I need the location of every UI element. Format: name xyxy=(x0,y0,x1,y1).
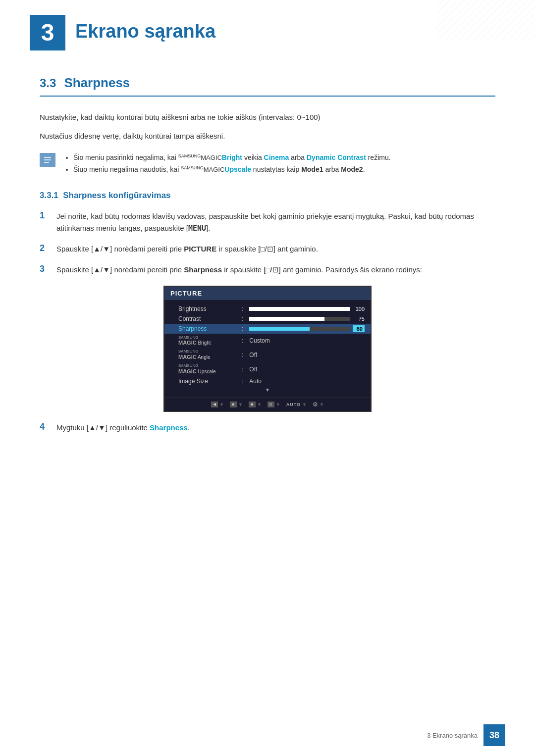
osd-row-brightness: Brightness : 100 xyxy=(164,304,371,314)
osd-bar-brightness: 100 xyxy=(249,306,365,312)
osd-btn-minus: ■ ▼ xyxy=(230,402,243,407)
step-text-3: Spauskite [▲/▼] norėdami pereiti prie Sh… xyxy=(56,264,422,276)
osd-btn-gear: ⚙ ▼ xyxy=(313,401,324,408)
osd-row-magic-bright: SAMSUNGMAGIC Bright : Custom xyxy=(164,334,371,348)
note-item-1: Šio meniu pasirinkti negalima, kai SAMSU… xyxy=(73,152,391,164)
chapter-title: Ekrano sąranka xyxy=(75,15,215,42)
decorative-lines xyxy=(436,0,535,40)
footer-page-number: 38 xyxy=(483,724,505,746)
note-box: Šio meniu pasirinkti negalima, kai SAMSU… xyxy=(40,152,495,176)
osd-bottom-bar: ◀ ▼ ■ ▼ ■ ▼ ⊡ ▼ AUTO ▼ ⚙ ▼ xyxy=(164,398,371,411)
chapter-header: 3 Ekrano sąranka xyxy=(0,0,535,60)
osd-label-magic-angle: SAMSUNGMAGIC Angle xyxy=(178,349,238,360)
osd-bar-sharpness: 60 xyxy=(249,325,365,332)
step-number-4: 4 xyxy=(40,422,52,432)
section-header: 3.3 Sharpness xyxy=(40,75,495,97)
osd-btn-left: ◀ ▼ xyxy=(211,402,224,407)
brand-magic-1: SAMSUNGMAGIC xyxy=(178,154,222,161)
note-list: Šio meniu pasirinkti negalima, kai SAMSU… xyxy=(63,152,391,176)
osd-row-magic-angle: SAMSUNGMAGIC Angle : Off xyxy=(164,348,371,362)
subsection-number: 3.3.1 xyxy=(40,191,58,200)
osd-label-sharpness: Sharpness xyxy=(178,325,238,332)
key-menu: MENU xyxy=(188,224,206,233)
osd-body: Brightness : 100 Contrast : 75 xyxy=(164,300,371,398)
osd-row-magic-upscale: SAMSUNGMAGIC Upscale : Off xyxy=(164,362,371,376)
osd-label-contrast: Contrast xyxy=(178,315,238,322)
osd-btn-plus: ■ ▼ xyxy=(249,402,262,407)
page-footer: 3 Ekrano sąranka 38 xyxy=(427,724,505,746)
description-2: Nustačius didesnę vertę, daiktų kontūrai… xyxy=(40,130,495,142)
osd-bar-contrast: 75 xyxy=(249,316,365,322)
osd-row-sharpness: Sharpness : 60 xyxy=(164,324,371,334)
step-1: 1 Jei norite, kad būtų rodomas klavišų v… xyxy=(40,210,495,234)
osd-row-contrast: Contrast : 75 xyxy=(164,314,371,324)
svg-rect-1 xyxy=(436,0,535,40)
subsection-title: Sharpness konfigūravimas xyxy=(63,191,170,200)
osd-label-magic-upscale: SAMSUNGMAGIC Upscale xyxy=(178,363,238,375)
footer-text: 3 Ekrano sąranka xyxy=(427,732,478,739)
osd-label-brightness: Brightness xyxy=(178,305,238,312)
osd-btn-enter: ⊡ ▼ xyxy=(268,402,280,407)
osd-title: PICTURE xyxy=(164,287,371,300)
step-text-2: Spauskite [▲/▼] norėdami pereiti prie PI… xyxy=(56,243,318,255)
description-1: Nustatykite, kad daiktų kontūrai būtų ai… xyxy=(40,111,495,123)
main-content: 3.3 Sharpness Nustatykite, kad daiktų ko… xyxy=(0,60,535,472)
osd-label-magic-bright: SAMSUNGMAGIC Bright xyxy=(178,335,238,347)
subsection-header: 3.3.1 Sharpness konfigūravimas xyxy=(40,191,495,201)
step-4: 4 Mygtuku [▲/▼] reguliuokite Sharpness. xyxy=(40,422,495,434)
step-number-1: 1 xyxy=(40,210,52,221)
brand-magic-2: SAMSUNGMAGIC xyxy=(181,166,224,173)
step-text-1: Jei norite, kad būtų rodomas klavišų vad… xyxy=(56,210,495,234)
chapter-number-box: 3 xyxy=(30,15,65,50)
step-2: 2 Spauskite [▲/▼] norėdami pereiti prie … xyxy=(40,243,495,255)
osd-more-arrow: ▼ xyxy=(164,386,371,394)
step-number-2: 2 xyxy=(40,243,52,253)
chapter-number: 3 xyxy=(41,21,54,45)
osd-btn-auto: AUTO ▼ xyxy=(286,402,307,407)
section-number: 3.3 xyxy=(40,76,56,90)
osd-screenshot: PICTURE Brightness : 100 Contrast : xyxy=(163,286,372,412)
osd-label-image-size: Image Size xyxy=(178,378,238,385)
note-item-2: Šiuo meniu negalima naudotis, kai SAMSUN… xyxy=(73,164,391,176)
step-text-4: Mygtuku [▲/▼] reguliuokite Sharpness. xyxy=(56,422,190,434)
note-icon xyxy=(40,153,55,167)
osd-row-image-size: Image Size : Auto xyxy=(164,376,371,386)
step-number-3: 3 xyxy=(40,264,52,274)
section-title: Sharpness xyxy=(64,75,130,91)
step-3: 3 Spauskite [▲/▼] norėdami pereiti prie … xyxy=(40,264,495,276)
